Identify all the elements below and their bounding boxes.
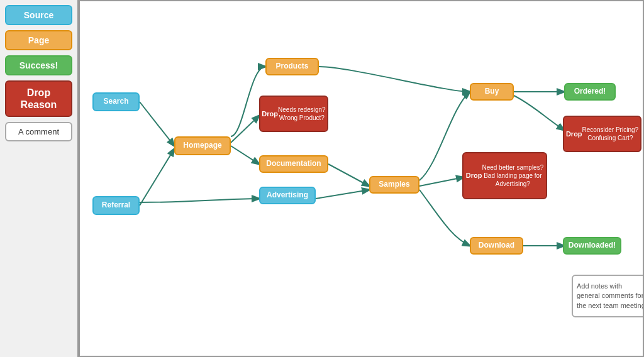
node-referral[interactable]: Referral: [92, 196, 140, 215]
legend-success[interactable]: Success!: [5, 55, 72, 75]
node-homepage[interactable]: Homepage: [174, 136, 231, 155]
node-buy[interactable]: Buy: [470, 83, 514, 101]
arrows-layer: [80, 1, 643, 356]
legend-page[interactable]: Page: [5, 30, 72, 50]
legend-drop[interactable]: DropReason: [5, 80, 72, 117]
sidebar: Source Page Success! DropReason A commen…: [0, 0, 79, 357]
node-ordered[interactable]: Ordered!: [564, 83, 616, 101]
node-comment[interactable]: Add notes with general comments for the …: [572, 275, 644, 317]
legend-source[interactable]: Source: [5, 5, 72, 25]
legend-comment[interactable]: A comment: [5, 122, 72, 141]
node-download[interactable]: Download: [470, 237, 523, 255]
node-downloaded[interactable]: Downloaded!: [563, 237, 621, 255]
flowchart-canvas: Search Referral Homepage Products DropNe…: [79, 0, 644, 357]
node-advertising[interactable]: Advertising: [259, 187, 316, 204]
node-products[interactable]: Products: [265, 58, 319, 75]
node-drop2[interactable]: DropNeed better samples?Bad landing page…: [462, 152, 547, 199]
node-samples[interactable]: Samples: [369, 176, 419, 194]
node-documentation[interactable]: Documentation: [259, 155, 328, 173]
node-search[interactable]: Search: [92, 92, 140, 111]
node-drop3[interactable]: DropReconsider Pricing?Confusing Cart?: [563, 116, 641, 152]
node-drop1[interactable]: DropNeeds redesign?Wrong Product?: [259, 96, 328, 132]
